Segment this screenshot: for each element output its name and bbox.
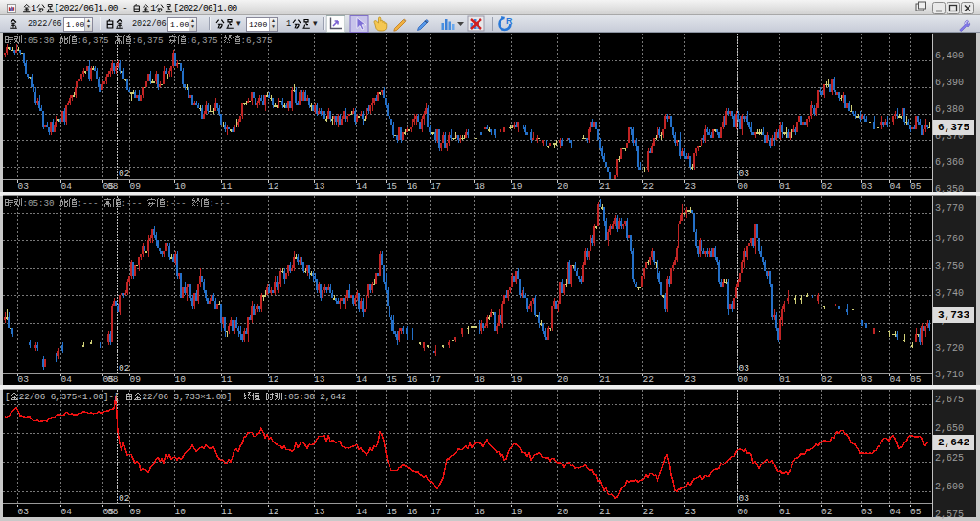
svg-text:02: 02 — [119, 169, 130, 179]
svg-text:20: 20 — [557, 181, 568, 192]
svg-text:02: 02 — [119, 363, 130, 374]
svg-text:17: 17 — [431, 181, 441, 192]
svg-text:2,625: 2,625 — [935, 453, 964, 464]
svg-text:23: 23 — [685, 181, 697, 192]
svg-text:04: 04 — [890, 181, 902, 192]
svg-text:01: 01 — [779, 181, 791, 192]
svg-text::---: :--- — [165, 198, 186, 209]
svg-text:13: 13 — [314, 181, 325, 192]
svg-text:21: 21 — [599, 181, 611, 192]
svg-text:3,760: 3,760 — [935, 234, 964, 244]
svg-text:23: 23 — [685, 507, 697, 517]
svg-text:16: 16 — [407, 181, 418, 192]
svg-text:17: 17 — [431, 374, 441, 385]
svg-text:22: 22 — [643, 374, 655, 385]
svg-text:3,733: 3,733 — [938, 309, 969, 321]
svg-text:04: 04 — [61, 181, 73, 192]
svg-text:21: 21 — [599, 507, 611, 517]
svg-text:11: 11 — [221, 181, 233, 192]
svg-text:04: 04 — [61, 507, 73, 517]
svg-text:16: 16 — [407, 507, 418, 517]
svg-text:22/06 6,375×1.00]-[: 22/06 6,375×1.00]-[ — [19, 392, 120, 402]
svg-text:18: 18 — [475, 507, 486, 517]
svg-text:2,642: 2,642 — [938, 437, 969, 448]
svg-text:15: 15 — [387, 181, 398, 192]
svg-text:22: 22 — [643, 507, 655, 517]
svg-text:21: 21 — [599, 374, 611, 385]
svg-text:22/06 3,733×1.00]: 22/06 3,733×1.00] — [143, 392, 233, 402]
svg-text:01: 01 — [779, 374, 791, 385]
svg-text:19: 19 — [511, 181, 523, 192]
svg-text:01: 01 — [779, 507, 791, 517]
svg-text:3,750: 3,750 — [935, 261, 964, 272]
svg-text:13: 13 — [314, 507, 325, 517]
svg-text:03: 03 — [18, 181, 30, 192]
svg-text:03: 03 — [739, 169, 750, 179]
svg-text:09: 09 — [130, 507, 142, 517]
svg-text:6,390: 6,390 — [935, 78, 964, 88]
svg-text:2,675: 2,675 — [935, 395, 964, 405]
svg-text::05:30: :05:30 — [22, 198, 54, 209]
svg-text::6,375: :6,375 — [241, 35, 273, 46]
svg-text:15: 15 — [387, 374, 398, 385]
svg-text:03: 03 — [861, 181, 873, 192]
svg-text:14: 14 — [356, 374, 368, 385]
svg-text::---: :--- — [77, 198, 98, 209]
svg-text:05: 05 — [910, 374, 922, 385]
svg-text:6,400: 6,400 — [935, 51, 964, 61]
svg-text:10: 10 — [175, 181, 187, 192]
svg-text::---: :--- — [121, 198, 142, 209]
svg-text:00: 00 — [738, 374, 749, 385]
svg-text:6,360: 6,360 — [935, 157, 964, 168]
svg-text:02: 02 — [821, 181, 833, 192]
svg-text:17: 17 — [431, 507, 441, 517]
svg-text:08: 08 — [107, 374, 119, 385]
svg-text:12: 12 — [268, 181, 279, 192]
svg-text:12: 12 — [268, 507, 279, 517]
svg-text:2,600: 2,600 — [935, 482, 964, 492]
svg-text:12: 12 — [268, 374, 279, 385]
svg-text:6,375: 6,375 — [938, 122, 969, 133]
svg-text:03: 03 — [739, 493, 750, 504]
svg-text:03: 03 — [861, 507, 873, 517]
svg-text:23: 23 — [685, 374, 697, 385]
svg-text:03: 03 — [739, 363, 750, 374]
svg-text:2,650: 2,650 — [935, 423, 964, 434]
svg-text:10: 10 — [175, 507, 187, 517]
svg-text:18: 18 — [475, 181, 486, 192]
svg-text:15: 15 — [387, 507, 398, 517]
svg-text:02: 02 — [821, 507, 833, 517]
svg-text:05: 05 — [910, 181, 922, 192]
svg-text:04: 04 — [890, 374, 902, 385]
svg-text::---: :--- — [209, 198, 230, 209]
svg-text:3,770: 3,770 — [935, 203, 964, 214]
svg-text:19: 19 — [511, 507, 523, 517]
svg-text:03: 03 — [861, 374, 873, 385]
svg-text::6,375: :6,375 — [77, 35, 108, 46]
svg-text:13: 13 — [314, 374, 325, 385]
svg-text:08: 08 — [107, 507, 119, 517]
svg-text:03: 03 — [18, 374, 30, 385]
svg-text:00: 00 — [738, 507, 749, 517]
svg-text:3,740: 3,740 — [935, 288, 964, 299]
svg-text:[: [ — [5, 392, 11, 402]
svg-text:08: 08 — [107, 181, 119, 192]
svg-text:02: 02 — [119, 493, 130, 504]
svg-text:2,575: 2,575 — [935, 510, 964, 520]
svg-text:R: R — [506, 16, 513, 26]
svg-text:19: 19 — [511, 374, 523, 385]
svg-text:3,710: 3,710 — [935, 370, 964, 380]
svg-text:03: 03 — [18, 507, 30, 517]
svg-text:05: 05 — [910, 507, 922, 517]
svg-text:10: 10 — [175, 374, 187, 385]
svg-text:11: 11 — [221, 507, 233, 517]
svg-text:00: 00 — [738, 181, 749, 192]
svg-text::05:30 2,642: :05:30 2,642 — [283, 392, 346, 402]
svg-text:11: 11 — [221, 374, 233, 385]
svg-text::6,375: :6,375 — [187, 35, 218, 46]
svg-text:09: 09 — [130, 374, 142, 385]
svg-text::6,375: :6,375 — [131, 35, 163, 46]
svg-text::05:30: :05:30 — [22, 35, 54, 46]
svg-text:14: 14 — [356, 181, 368, 192]
svg-text:20: 20 — [557, 507, 568, 517]
